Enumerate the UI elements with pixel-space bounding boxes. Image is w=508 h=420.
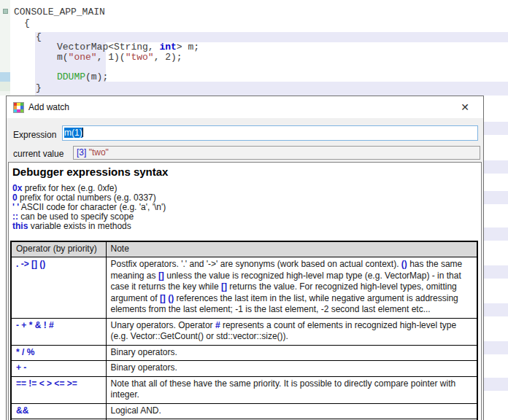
code-line: }: [36, 83, 42, 93]
close-icon[interactable]: ✕: [454, 99, 476, 115]
operator-column-header: Operator (by priority): [11, 241, 106, 257]
operators-table-body: . -> [] ()Postfix operators. '.' and '->…: [11, 257, 477, 420]
operator-cell: * / %: [11, 345, 106, 361]
help-heading: Debugger expressions syntax: [12, 166, 168, 178]
code-line: {: [24, 18, 30, 28]
table-row: * / %Binary operators.: [11, 345, 477, 361]
operator-cell: == != < > <= >=: [11, 376, 106, 403]
note-cell: Binary operators.: [106, 345, 477, 361]
table-row: &&Logical AND.: [11, 403, 477, 419]
expression-label: Expression: [13, 130, 56, 140]
operator-cell: . -> [] (): [11, 257, 106, 319]
table-header-row: Operator (by priority) Note: [11, 241, 477, 257]
operator-cell: + -: [11, 361, 106, 377]
operator-cell: &&: [11, 403, 106, 419]
table-row: == != < > <= >=Note that all of these ha…: [11, 376, 477, 403]
ide-screen: CONSOLE_APP_MAIN{{VectorMap<String, int>…: [0, 0, 508, 420]
note-cell: Logical AND.: [106, 403, 477, 419]
expression-input[interactable]: m(1): [62, 125, 478, 141]
current-value-text: [3] "two": [77, 147, 109, 158]
code-line: VectorMap<String, int> m;: [57, 42, 199, 52]
editor-gutter[interactable]: [0, 0, 10, 96]
syntax-line: this variable exists in methods: [12, 222, 166, 231]
code-line: CONSOLE_APP_MAIN: [14, 7, 105, 18]
current-value-label: current value: [13, 149, 64, 159]
code-line: {: [36, 32, 42, 42]
help-pane: Debugger expressions syntax 0x prefix fo…: [8, 162, 482, 420]
add-watch-dialog: Add watch ✕ Expression m(1) current valu…: [6, 96, 484, 420]
text-caret: [82, 128, 83, 137]
note-cell: Unary operators. Operator # represents a…: [106, 318, 477, 345]
note-cell: Postfix operators. '.' and '->' are syno…: [106, 257, 477, 319]
syntax-lines: 0x prefix for hex (e.g. 0xfe)0 prefix fo…: [12, 184, 166, 231]
table-row: . -> [] ()Postfix operators. '.' and '->…: [11, 257, 477, 319]
block-highlight: [35, 32, 508, 42]
selected-text: m(1): [64, 128, 82, 138]
gutter-marker: [0, 82, 10, 91]
note-column-header: Note: [106, 241, 477, 257]
code-line: DDUMP(m);: [57, 72, 108, 82]
block-highlight: [35, 82, 508, 96]
code-line: m("one", 1)("two", 2);: [57, 52, 182, 63]
table-row: + -Binary operators.: [11, 361, 477, 377]
current-line-gutter-marker: [0, 72, 10, 82]
note-cell: Binary operators.: [106, 361, 477, 377]
app-logo-icon: [13, 102, 24, 113]
operators-table: Operator (by priority) Note . -> [] ()Po…: [10, 241, 478, 420]
macro-marker-icon: [3, 9, 8, 14]
operator-cell: - + * & ! #: [11, 318, 106, 345]
table-row: - + * & ! #Unary operators. Operator # r…: [11, 318, 477, 345]
dialog-titlebar[interactable]: Add watch ✕: [7, 96, 483, 118]
note-cell: Note that all of these have the same pri…: [106, 376, 477, 403]
dialog-title: Add watch: [28, 102, 69, 112]
current-value-field[interactable]: [3] "two": [73, 146, 480, 160]
